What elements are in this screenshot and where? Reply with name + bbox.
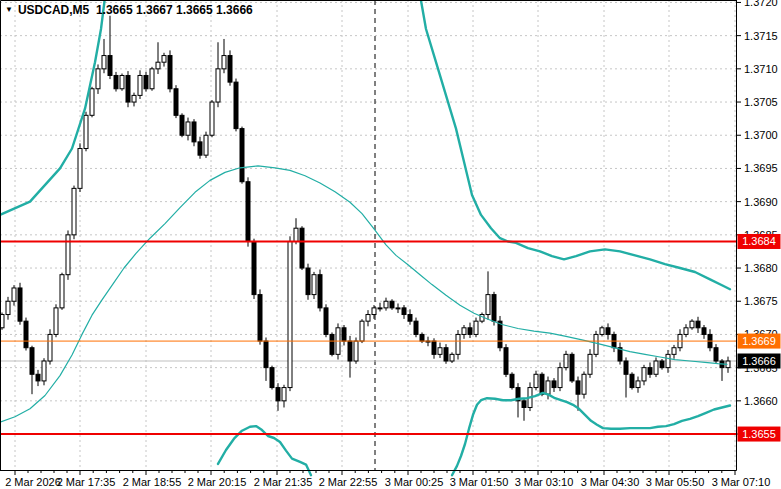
candle-body xyxy=(120,75,124,88)
candle-body xyxy=(432,341,436,354)
candle-body xyxy=(174,89,178,116)
y-axis-label: 1.3675 xyxy=(744,295,778,307)
candle-body xyxy=(600,328,604,335)
candle-body xyxy=(252,241,256,294)
candle-body xyxy=(210,102,214,135)
x-axis-label: 2 Mar 22:55 xyxy=(319,476,378,488)
candle-body xyxy=(588,354,592,374)
candle-body xyxy=(6,301,10,314)
x-axis-label: 2 Mar 20:15 xyxy=(188,476,247,488)
candle-body xyxy=(240,129,244,182)
candle-body xyxy=(42,361,46,381)
candle-body xyxy=(12,288,16,301)
y-axis-label: 1.3680 xyxy=(744,262,778,274)
y-axis-label: 1.3705 xyxy=(744,96,778,108)
candle-body xyxy=(312,275,316,295)
candle-body xyxy=(354,341,358,361)
candle-body xyxy=(156,62,160,69)
y-axis-label: 1.3700 xyxy=(744,129,778,141)
candle-body xyxy=(318,275,322,308)
candle-body xyxy=(306,268,310,295)
candle-body xyxy=(648,368,652,375)
candle-body xyxy=(84,115,88,148)
candle-body xyxy=(714,348,718,361)
candle-body xyxy=(468,328,472,335)
candle-body xyxy=(144,75,148,88)
candle-body xyxy=(486,295,490,315)
candle-body xyxy=(576,381,580,394)
candle-body xyxy=(450,354,454,361)
x-axis-label: 3 Mar 01:50 xyxy=(450,476,509,488)
candle-body xyxy=(108,56,112,76)
candle-body xyxy=(636,381,640,388)
candle-body xyxy=(228,56,232,83)
candle-body xyxy=(180,115,184,135)
candle-body xyxy=(540,374,544,394)
candle-body xyxy=(138,75,142,95)
candle-body xyxy=(264,341,268,368)
candle-body xyxy=(114,75,118,88)
y-axis-label: 1.3660 xyxy=(744,395,778,407)
candle-body xyxy=(594,334,598,354)
candle-body xyxy=(666,354,670,367)
candle-body xyxy=(258,295,262,341)
x-axis-label: 3 Mar 05:50 xyxy=(646,476,705,488)
x-axis-label: 3 Mar 07:10 xyxy=(712,476,771,488)
candle-body xyxy=(270,368,274,388)
x-axis-label: 2 Mar 18:55 xyxy=(123,476,182,488)
candle-body xyxy=(54,308,58,335)
candle-body xyxy=(348,341,352,361)
candle-body xyxy=(48,334,52,361)
candle-body xyxy=(366,315,370,322)
candle-body xyxy=(654,361,658,374)
candle-body xyxy=(534,374,538,387)
candle-body xyxy=(204,135,208,155)
candle-body xyxy=(246,182,250,242)
candle-body xyxy=(456,334,460,354)
candle-body xyxy=(216,69,220,102)
moving-average-line xyxy=(0,166,727,422)
candle-body xyxy=(60,275,64,308)
symbol-dropdown-icon[interactable]: ▼ xyxy=(5,6,13,14)
price-chart[interactable]: 1.37201.37151.37101.37051.37001.36951.36… xyxy=(0,0,781,489)
candle-body xyxy=(276,388,280,401)
candle-body xyxy=(126,75,130,102)
candle-body xyxy=(222,56,226,69)
candle-body xyxy=(72,188,76,234)
level-price-box-label: 1.3669 xyxy=(742,335,776,347)
y-axis-label: 1.3690 xyxy=(744,196,778,208)
candle-body xyxy=(330,334,334,354)
candle-body xyxy=(360,321,364,341)
candle-body xyxy=(510,374,514,387)
y-axis-label: 1.3710 xyxy=(744,63,778,75)
x-axis-label: 3 Mar 04:30 xyxy=(581,476,640,488)
candle-body xyxy=(18,288,22,321)
candle-body xyxy=(690,321,694,328)
candle-body xyxy=(474,321,478,334)
candle-body xyxy=(234,82,238,128)
x-axis-label: 3 Mar 03:10 xyxy=(515,476,574,488)
candle-body xyxy=(78,149,82,189)
y-axis-label: 1.3715 xyxy=(744,30,778,42)
candle-body xyxy=(642,368,646,381)
x-axis-label: 2 Mar 17:35 xyxy=(57,476,116,488)
candle-body xyxy=(684,328,688,335)
candle-body xyxy=(300,228,304,268)
last-price-box-label: 1.3666 xyxy=(742,355,776,367)
candle-body xyxy=(24,321,28,348)
candle-body xyxy=(342,328,346,341)
candle-body xyxy=(390,301,394,308)
candle-body xyxy=(402,308,406,315)
candle-body xyxy=(492,295,496,322)
candle-body xyxy=(396,308,400,309)
candle-body xyxy=(420,334,424,341)
candle-body xyxy=(444,348,448,361)
candle-body xyxy=(672,348,676,355)
candle-body xyxy=(150,69,154,89)
candle-body xyxy=(630,374,634,387)
candle-body xyxy=(294,228,298,241)
candle-body xyxy=(36,374,40,381)
candle-body xyxy=(702,328,706,335)
mt4-chart-window: 1.37201.37151.37101.37051.37001.36951.36… xyxy=(0,0,781,489)
candle-body xyxy=(378,308,382,309)
